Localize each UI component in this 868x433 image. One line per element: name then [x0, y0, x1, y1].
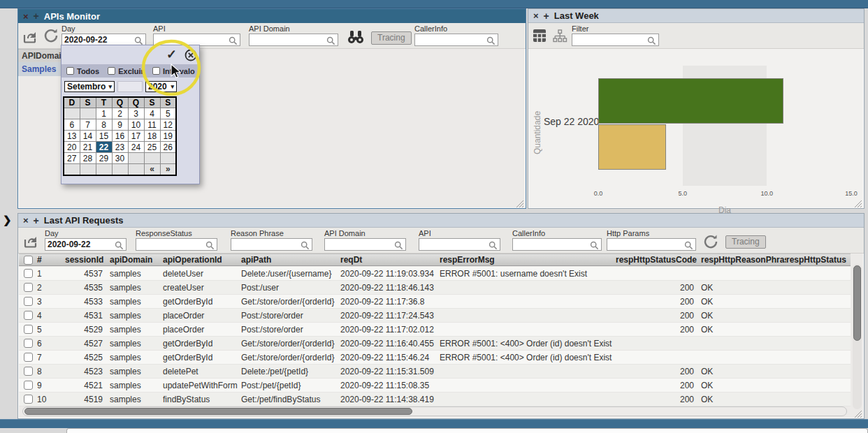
calendar-day-cell[interactable]: 26: [160, 142, 176, 153]
add-icon[interactable]: +: [544, 11, 549, 21]
calendar-day-cell[interactable]: 15: [96, 131, 112, 142]
column-header-respErrorMsg[interactable]: respErrorMsg: [440, 255, 616, 265]
column-header-#[interactable]: #: [37, 255, 65, 265]
resize-handle-icon[interactable]: [854, 409, 862, 417]
org-chart-icon[interactable]: [552, 29, 569, 45]
calendar-day-cell[interactable]: 8: [96, 119, 112, 131]
close-icon[interactable]: ×: [23, 12, 29, 21]
search-icon[interactable]: [647, 36, 656, 45]
calendar-day-cell[interactable]: 11: [144, 119, 160, 131]
table-row[interactable]: 74525samplesgetOrderByIdGet:/store/order…: [19, 351, 851, 365]
search-icon[interactable]: [394, 240, 403, 249]
search-icon[interactable]: [205, 240, 215, 249]
filter-input[interactable]: [419, 238, 500, 251]
calendar-day-cell[interactable]: 20: [64, 142, 80, 153]
calendar-day-cell[interactable]: 19: [160, 131, 176, 142]
table-row[interactable]: 44531samplesplaceOrderPost:/store/order2…: [19, 309, 851, 323]
calendar-day-cell[interactable]: 2: [112, 108, 128, 119]
calendar-day-cell[interactable]: 1: [96, 108, 112, 119]
calendar-day-cell[interactable]: 27: [64, 153, 80, 164]
search-icon[interactable]: [326, 36, 335, 45]
search-icon[interactable]: [301, 240, 310, 249]
calendar-day-cell[interactable]: 10: [128, 119, 144, 131]
export-icon[interactable]: [23, 233, 40, 249]
calendar-day-cell[interactable]: 6: [64, 119, 80, 131]
select-all-checkbox[interactable]: [24, 256, 33, 265]
filter-input[interactable]: [512, 238, 602, 251]
calendar-day-cell[interactable]: 30: [112, 153, 128, 164]
calendar-day-cell[interactable]: 13: [64, 131, 80, 142]
filter-input[interactable]: [572, 34, 659, 46]
search-icon[interactable]: [684, 240, 693, 249]
row-checkbox[interactable]: [24, 353, 33, 362]
row-checkbox[interactable]: [24, 395, 33, 404]
checkbox-excluir[interactable]: [108, 67, 115, 75]
table-row[interactable]: 54529samplesplaceOrderPost:/store/order2…: [19, 323, 851, 337]
calendar-day-cell[interactable]: 12: [160, 119, 176, 131]
table-row[interactable]: 24535samplescreateUserPost:/user2020-09-…: [19, 281, 851, 295]
resize-handle-icon[interactable]: [854, 198, 862, 207]
resize-handle-icon[interactable]: [516, 198, 524, 207]
table-row[interactable]: 34533samplesgetOrderByIdGet:/store/order…: [19, 295, 851, 309]
column-header-respHttpStatusCode[interactable]: respHttpStatusCode: [616, 255, 701, 265]
search-icon[interactable]: [590, 240, 599, 249]
row-checkbox[interactable]: [24, 325, 33, 334]
calendar-day-cell[interactable]: 29: [96, 153, 112, 164]
calendar-day-cell[interactable]: 28: [80, 153, 96, 164]
column-header-apiDomain[interactable]: apiDomain: [110, 255, 163, 265]
calendar-day-cell[interactable]: 22: [96, 142, 112, 153]
calendar-day-cell[interactable]: 18: [144, 131, 160, 142]
row-checkbox[interactable]: [24, 367, 33, 376]
horizontal-scrollbar[interactable]: [22, 406, 847, 416]
table-row[interactable]: 94521samplesupdatePetWithFormPost:/pet/{…: [19, 379, 851, 392]
table-row[interactable]: 84523samplesdeletePetDelete:/pet/{petId}…: [19, 365, 851, 379]
calendar-day-cell[interactable]: 14: [80, 131, 96, 142]
month-select[interactable]: Setembro▾: [64, 81, 115, 92]
column-header-respHttpReasonPhrase[interactable]: respHttpReasonPhrase: [701, 255, 786, 265]
table-row[interactable]: 64527samplesgetOrderByIdGet:/store/order…: [19, 337, 851, 351]
last-week-header[interactable]: × + Last Week: [528, 9, 864, 23]
filter-input[interactable]: 2020-09-22: [45, 238, 126, 251]
last-api-requests-header[interactable]: × + Last API Requests: [18, 214, 864, 228]
search-icon[interactable]: [489, 240, 498, 249]
vertical-scrollbar[interactable]: [853, 264, 862, 409]
calendar-day-cell[interactable]: 4: [144, 108, 160, 119]
close-icon[interactable]: ×: [23, 216, 29, 225]
chart-bar-yellow-series[interactable]: [598, 124, 666, 170]
panel-expander-chevron-icon[interactable]: ❯: [3, 214, 12, 226]
refresh-icon[interactable]: [43, 28, 60, 45]
binoculars-icon[interactable]: [345, 29, 362, 46]
vertical-scrollbar-thumb[interactable]: [853, 265, 861, 341]
calendar-day-cell[interactable]: 3: [128, 108, 144, 119]
checkbox-todos[interactable]: [66, 67, 74, 75]
grid-table-icon[interactable]: [533, 29, 549, 45]
filter-input[interactable]: [324, 238, 406, 251]
close-icon[interactable]: ×: [533, 11, 539, 20]
calendar-day-cell[interactable]: 25: [144, 142, 160, 153]
filter-input[interactable]: [607, 238, 696, 251]
search-icon[interactable]: [115, 240, 124, 249]
row-checkbox[interactable]: [24, 311, 33, 320]
row-checkbox[interactable]: [24, 339, 33, 348]
callerinfo-filter-input[interactable]: [414, 34, 498, 46]
calendar-day-cell[interactable]: 23: [112, 142, 128, 153]
row-checkbox[interactable]: [24, 283, 33, 292]
calendar-day-cell[interactable]: 21: [80, 142, 96, 153]
tracing-button[interactable]: Tracing: [371, 31, 412, 45]
row-checkbox[interactable]: [24, 297, 33, 306]
table-row[interactable]: 104519samplesfindByStatusGet:/pet/findBy…: [19, 392, 851, 406]
calendar-next-button[interactable]: »: [160, 164, 176, 175]
column-header-respHttpStatus[interactable]: respHttpStatus: [786, 255, 846, 265]
column-header-sessionId[interactable]: sessionId: [65, 255, 110, 265]
column-header-reqDt[interactable]: reqDt: [340, 255, 440, 265]
calendar-day-cell[interactable]: 16: [112, 131, 128, 142]
calendar-day-cell[interactable]: 5: [160, 108, 176, 119]
filter-input[interactable]: [136, 238, 217, 251]
apis-monitor-header[interactable]: × + APIs Monitor: [18, 9, 526, 23]
calendar-day-cell[interactable]: 7: [80, 119, 96, 131]
tracing-button[interactable]: Tracing: [725, 235, 766, 249]
chart-bar-green-series[interactable]: [598, 78, 783, 124]
filter-input[interactable]: [231, 238, 312, 251]
calendar-day-cell[interactable]: 17: [128, 131, 144, 142]
refresh-icon[interactable]: [703, 234, 720, 251]
